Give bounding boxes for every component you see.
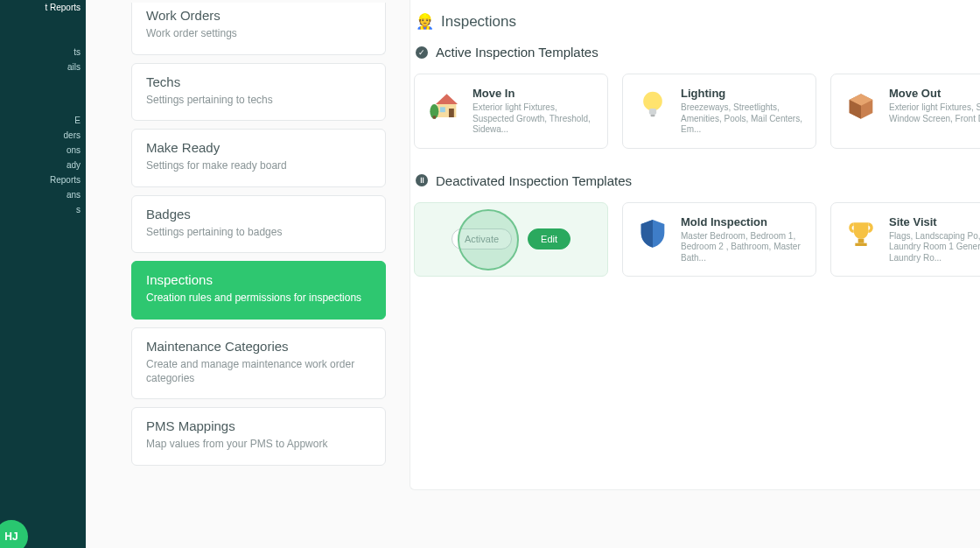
svg-rect-2 <box>449 109 454 117</box>
settings-card-desc: Create and manage maintenance work order… <box>146 358 371 385</box>
sidebar-item[interactable]: ts <box>0 45 86 60</box>
inspection-card-title: Site Visit <box>889 215 980 228</box>
shield-icon <box>635 215 670 250</box>
inspection-card-desc: Breezeways, Streetlights, Amenities, Poo… <box>681 102 803 136</box>
inspection-card-desc: Exterior light Fixtures, Suspected Growt… <box>472 102 595 136</box>
svg-rect-5 <box>433 116 436 118</box>
settings-card-title: PMS Mappings <box>146 418 371 433</box>
svg-rect-3 <box>440 107 445 112</box>
settings-card-maintenance[interactable]: Maintenance Categories Create and manage… <box>131 327 386 399</box>
deactivated-templates-row: Activate Edit Mold Inspection Master Bed… <box>412 202 980 278</box>
svg-rect-12 <box>858 238 864 242</box>
inspection-card-move-out[interactable]: Move Out Exterior light Fixtures, Stairs… <box>830 74 980 149</box>
house-icon <box>427 87 462 122</box>
inspection-card-hover[interactable]: Activate Edit <box>414 202 608 278</box>
settings-card-title: Inspections <box>146 272 371 287</box>
settings-card-desc: Work order settings <box>146 27 371 41</box>
sidebar-item[interactable]: ons <box>0 143 86 158</box>
main-panel: 👷 Inspections ✓ Active Inspection Templa… <box>410 0 980 490</box>
settings-card-make-ready[interactable]: Make Ready Settings for make ready board <box>131 129 386 187</box>
sidebar-item[interactable]: ails <box>0 60 86 74</box>
settings-card-desc: Settings pertaining to badges <box>146 226 371 240</box>
sidebar-item[interactable]: ans <box>0 187 86 202</box>
settings-card-title: Badges <box>146 207 371 221</box>
bulb-icon <box>635 87 670 122</box>
settings-card-title: Maintenance Categories <box>146 339 371 354</box>
settings-card-desc: Creation rules and permissions for inspe… <box>146 292 371 306</box>
sidebar-item[interactable]: s <box>0 202 86 217</box>
sidebar-item[interactable]: Reports <box>0 172 86 187</box>
svg-rect-7 <box>649 109 656 115</box>
settings-card-title: Make Ready <box>146 140 371 155</box>
page-title: Inspections <box>441 13 516 31</box>
inspection-card-move-in[interactable]: Move In Exterior light Fixtures, Suspect… <box>414 74 608 149</box>
svg-marker-1 <box>436 94 458 104</box>
pause-icon: ⏸ <box>416 174 428 186</box>
inspection-card-site-visit[interactable]: Site Visit Flags, Landscaping Po, Laundr… <box>830 202 980 278</box>
inspection-card-desc: Flags, Landscaping Po, Laundry Room 1 Ge… <box>889 231 980 264</box>
worker-icon: 👷 <box>416 12 434 31</box>
active-templates-header: Active Inspection Templates <box>436 45 598 60</box>
svg-rect-8 <box>651 115 655 117</box>
check-icon: ✓ <box>416 46 428 59</box>
settings-card-inspections[interactable]: Inspections Creation rules and permissio… <box>131 261 386 320</box>
settings-card-title: Techs <box>146 74 371 89</box>
sidebar: t Reports ts ails E ders ons ady Reports… <box>0 0 86 548</box>
settings-card-title: Work Orders <box>146 8 371 23</box>
trophy-icon <box>844 215 878 250</box>
box-icon <box>844 87 878 122</box>
deactivated-templates-header: Deactivated Inspection Templates <box>436 173 632 188</box>
edit-button[interactable]: Edit <box>528 228 570 249</box>
inspection-card-desc: Exterior light Fixtures, Stairs, Window … <box>889 102 980 124</box>
sidebar-item[interactable]: E <box>0 113 86 128</box>
inspection-card-mold[interactable]: Mold Inspection Master Bedroom, Bedroom … <box>622 202 816 278</box>
svg-rect-13 <box>855 242 866 245</box>
inspection-card-title: Move Out <box>889 87 980 100</box>
avatar[interactable]: HJ <box>0 520 28 548</box>
inspection-card-title: Move In <box>472 87 595 100</box>
settings-card-desc: Settings for make ready board <box>146 159 371 173</box>
inspection-card-lighting[interactable]: Lighting Breezeways, Streetlights, Ameni… <box>622 74 816 149</box>
inspection-card-desc: Master Bedroom, Bedroom 1, Bedroom 2 , B… <box>681 231 803 264</box>
settings-card-pms[interactable]: PMS Mappings Map values from your PMS to… <box>131 407 386 466</box>
sidebar-item[interactable]: t Reports <box>0 0 86 15</box>
sidebar-item[interactable]: ders <box>0 128 86 143</box>
sidebar-item[interactable]: ady <box>0 158 86 172</box>
settings-card-desc: Settings pertaining to techs <box>146 94 371 108</box>
settings-card-techs[interactable]: Techs Settings pertaining to techs <box>131 63 386 122</box>
settings-column: Work Orders Work order settings Techs Se… <box>131 0 386 474</box>
settings-card-work-orders[interactable]: Work Orders Work order settings <box>131 3 386 55</box>
active-templates-row: Move In Exterior light Fixtures, Suspect… <box>412 74 980 149</box>
svg-point-6 <box>643 92 662 111</box>
settings-card-desc: Map values from your PMS to Appwork <box>146 438 371 452</box>
activate-button[interactable]: Activate <box>452 228 512 249</box>
settings-card-badges[interactable]: Badges Settings pertaining to badges <box>131 195 386 254</box>
inspection-card-title: Lighting <box>681 87 803 100</box>
inspection-card-title: Mold Inspection <box>681 215 803 228</box>
